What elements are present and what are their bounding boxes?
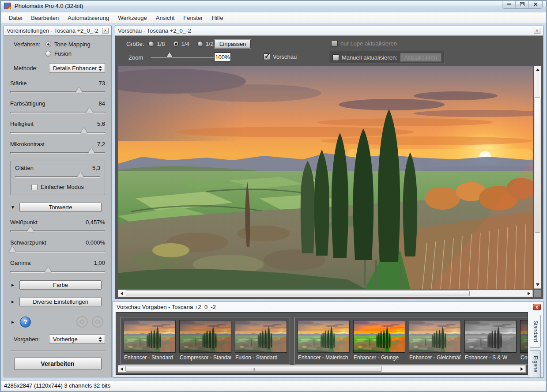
manuell-checkbox[interactable] <box>332 54 339 61</box>
slider-thumb[interactable] <box>45 267 52 272</box>
slider-thumb[interactable] <box>75 87 83 93</box>
slider-thumb[interactable] <box>9 246 16 252</box>
menubar: Datei Bearbeiten Automatisierung Werkzeu… <box>1 12 546 23</box>
slider-value: 0,457% <box>86 219 105 226</box>
maximize-button[interactable] <box>516 0 529 8</box>
menu-werkzeuge[interactable]: Werkzeuge <box>113 13 151 23</box>
expand-icon[interactable]: ► <box>10 299 15 304</box>
manuell-group: Manuell aktualisieren: Aktualisieren <box>329 51 445 64</box>
preset-thumb-enhancer-gleichmaessig[interactable]: Enhancer - Gleichmäßi <box>409 320 461 362</box>
preset-thumbnail-image <box>124 320 176 353</box>
vorschau-option[interactable]: Vorschau <box>264 53 297 60</box>
preview-vertical-scrollbar[interactable] <box>534 66 541 289</box>
preview-panel-close-button[interactable]: × <box>534 28 540 34</box>
preset-thumbnail-image <box>464 320 517 353</box>
farbe-button[interactable]: Farbe <box>19 280 102 290</box>
maximize-icon <box>520 2 524 6</box>
manuell-label: Manuell aktualisieren: <box>342 54 397 61</box>
tab-eigene[interactable]: Eigene <box>530 350 541 378</box>
menu-bearbeiten[interactable]: Bearbeiten <box>26 13 63 23</box>
scrollbar-thumb[interactable] <box>125 366 382 372</box>
preset-thumbnail-image <box>235 320 287 353</box>
close-button[interactable]: ✕ <box>529 0 542 8</box>
zoom-slider-thumb[interactable] <box>166 52 173 57</box>
size-radio-1-2[interactable] <box>197 41 203 47</box>
menu-hilfe[interactable]: Hilfe <box>207 13 227 23</box>
methode-select[interactable]: Details Enhancer <box>49 63 105 73</box>
size-radio-1-4[interactable] <box>173 41 179 47</box>
slider-label: Helligkeit <box>10 121 34 127</box>
separator <box>10 351 105 351</box>
size-radio-1-8[interactable] <box>148 41 154 47</box>
vorgaben-select[interactable]: Vorherige <box>49 334 105 344</box>
einpassen-button[interactable]: Einpassen <box>215 40 251 48</box>
zoom-value-field[interactable]: 100% <box>214 53 231 61</box>
lupe-option[interactable]: nur Lupe aktualisieren <box>331 40 397 47</box>
expand-icon[interactable]: ► <box>10 283 15 287</box>
help-button[interactable]: ? <box>20 317 31 328</box>
menu-ansicht[interactable]: Ansicht <box>151 13 179 23</box>
menu-datei[interactable]: Datei <box>4 13 26 23</box>
preset-group-enhancer-styles: Enhancer - Malerisch Enhancer - Grunge E… <box>294 317 528 365</box>
slider-track[interactable] <box>10 152 105 154</box>
slider-track[interactable] <box>10 91 105 93</box>
zoom-slider-track[interactable] <box>151 57 217 58</box>
redo-button[interactable] <box>92 316 103 328</box>
scroll-right-icon[interactable] <box>528 292 530 295</box>
scroll-up-icon[interactable] <box>536 68 539 71</box>
slider-thumb[interactable] <box>88 148 95 154</box>
scroll-left-icon[interactable] <box>121 367 123 371</box>
undo-button[interactable] <box>76 316 88 328</box>
statusbar: 4285x2847 (1120x744) 3 channels 32 bits <box>1 380 546 391</box>
diverse-einstellungen-button[interactable]: Diverse Einstellungen <box>19 297 102 306</box>
checkbox-label: Einfacher Modus <box>41 184 84 190</box>
slider-thumb[interactable] <box>86 107 93 113</box>
presets-panel-close-button[interactable]: x <box>533 304 541 310</box>
settings-panel-close-button[interactable]: × <box>102 28 109 34</box>
preset-thumb-compressor-standard[interactable]: Compressor - Standar <box>179 320 231 362</box>
scroll-left-icon[interactable] <box>121 292 123 295</box>
preset-thumb-label: Enhancer - Grunge <box>353 353 405 361</box>
gamma-slider: Gamma 1,00 <box>10 260 105 273</box>
slider-thumb[interactable] <box>27 226 34 232</box>
slider-track[interactable] <box>10 132 105 134</box>
slider-label: Stärke <box>10 80 27 87</box>
aktualisieren-button[interactable]: Aktualisieren <box>400 53 441 62</box>
minimize-button[interactable] <box>502 0 516 8</box>
spinner-icon <box>98 337 102 342</box>
preset-thumb-fusion-standard[interactable]: Fusion - Standard <box>235 320 287 362</box>
radio-tone-mapping[interactable]: Tone Mapping <box>45 41 91 48</box>
preview-horizontal-scrollbar[interactable] <box>118 290 533 297</box>
radio-icon <box>45 41 51 47</box>
slider-thumb[interactable] <box>80 128 87 133</box>
preset-thumb-enhancer-sw[interactable]: Enhancer - S & W <box>464 320 517 362</box>
verarbeiten-button[interactable]: Verarbeiten <box>14 358 102 370</box>
settings-panel-header: Voreinstellungen - Toscana +2_0_-2 × <box>4 26 111 36</box>
presets-body: Enhancer - Standard Compressor - Standar… <box>116 312 528 375</box>
slider-track[interactable] <box>10 112 105 113</box>
preview-image[interactable] <box>118 66 533 289</box>
expand-icon[interactable]: ► <box>10 320 15 324</box>
einfacher-modus-option[interactable]: Einfacher Modus <box>15 184 100 190</box>
scrollbar-thumb[interactable] <box>126 290 470 296</box>
scroll-down-icon[interactable] <box>536 283 539 286</box>
preset-thumb-compressor-2[interactable]: Comp <box>520 320 528 362</box>
menu-automatisierung[interactable]: Automatisierung <box>63 13 113 23</box>
menu-fenster[interactable]: Fenster <box>179 13 207 23</box>
tab-standard[interactable]: Standard <box>530 315 541 348</box>
slider-track[interactable] <box>10 251 105 253</box>
preset-thumb-enhancer-standard[interactable]: Enhancer - Standard <box>124 320 176 362</box>
presets-horizontal-scrollbar[interactable] <box>118 365 526 373</box>
preset-thumb-enhancer-malerisch[interactable]: Enhancer - Malerisch <box>298 320 350 362</box>
tonwerte-button[interactable]: Tonwerte <box>19 203 102 212</box>
preset-thumb-enhancer-grunge[interactable]: Enhancer - Grunge <box>353 320 405 362</box>
slider-thumb[interactable] <box>77 172 84 177</box>
scrollbar-thumb[interactable] <box>535 97 540 233</box>
slider-track[interactable] <box>10 271 105 273</box>
presets-panel-title: Vorschau Vorgaben - Toscana +2_0_-2 <box>117 304 216 310</box>
scroll-right-icon[interactable] <box>521 367 523 371</box>
slider-track[interactable] <box>10 230 105 232</box>
collapse-icon[interactable]: ▼ <box>10 205 15 210</box>
radio-fusion[interactable]: Fusion <box>45 50 91 57</box>
slider-track[interactable] <box>15 176 100 178</box>
